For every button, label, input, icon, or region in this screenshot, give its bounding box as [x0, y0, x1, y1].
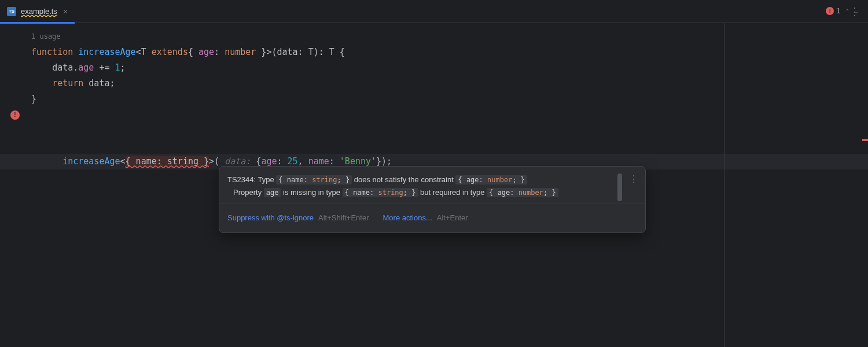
- shortcut-label: Alt+Shift+Enter: [318, 210, 369, 226]
- next-error-icon[interactable]: ⌄: [854, 8, 859, 14]
- typescript-icon: TS: [7, 7, 16, 16]
- usage-hint[interactable]: 1 usage: [30, 29, 860, 45]
- tooltip-scrollbar[interactable]: [617, 174, 622, 201]
- tab-bar: TS example.ts × ⋮: [0, 0, 868, 23]
- code-line: data.age += 1;: [30, 60, 860, 76]
- close-icon[interactable]: ×: [63, 7, 68, 16]
- tooltip-menu-icon[interactable]: ⋮: [629, 171, 638, 187]
- code-line-error: increaseAge<{ name: string }>( data: {ag…: [30, 123, 860, 138]
- error-icon: !: [826, 7, 834, 15]
- error-stripe-rail: [860, 23, 868, 347]
- code-area[interactable]: 1 usage function increaseAge<T extends{ …: [30, 23, 860, 347]
- code-line: [30, 107, 860, 123]
- tooltip-actions: Suppress with @ts-ignore Alt+Shift+Enter…: [219, 204, 645, 232]
- error-tooltip: ⋮ TS2344: Type { name: string; } does no…: [219, 166, 646, 233]
- inspection-widget[interactable]: ! 1 ⌃ ⌄: [826, 7, 859, 15]
- tooltip-body: ⋮ TS2344: Type { name: string; } does no…: [219, 167, 645, 204]
- tab-label: example.ts: [21, 7, 57, 16]
- tab-example-ts[interactable]: TS example.ts ×: [0, 0, 75, 23]
- more-actions-link[interactable]: More actions...: [383, 210, 432, 226]
- editor: ! 1 usage function increaseAge<T extends…: [0, 23, 868, 347]
- gutter: !: [0, 23, 30, 347]
- code-line: return data;: [30, 76, 860, 91]
- error-count: 1: [836, 7, 840, 15]
- error-stripe-mark[interactable]: [862, 139, 868, 141]
- suppress-link[interactable]: Suppress with @ts-ignore: [227, 210, 314, 226]
- code-line: }: [30, 91, 860, 107]
- code-line: function increaseAge<T extends{ age: num…: [30, 45, 860, 60]
- prev-error-icon[interactable]: ⌃: [845, 8, 849, 14]
- error-bulb-icon[interactable]: !: [10, 110, 20, 120]
- shortcut-label: Alt+Enter: [437, 210, 468, 226]
